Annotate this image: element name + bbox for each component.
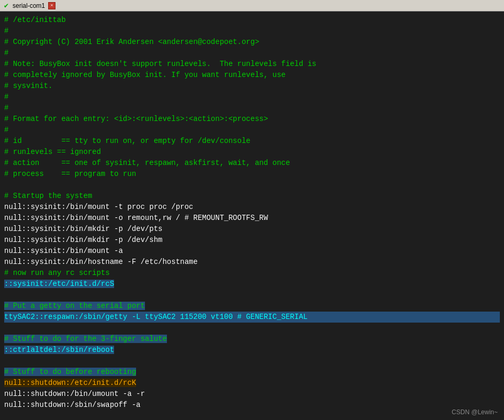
code-line: null::sysinit:/bin/mount -t proc proc /p… [4,202,500,213]
code-line: null::shutdown:/etc/init.d/rcK [4,378,500,389]
code-line: # Stuff to do for the 3-finger salute [4,334,500,345]
code-line: # [4,125,500,136]
code-line: # [4,103,500,114]
code-line: # action == one of sysinit, respawn, ask… [4,158,500,169]
code-line: null::sysinit:/bin/mount -a [4,246,500,257]
code-line: # Format for each entry: <id>:<runlevels… [4,114,500,125]
code-line: null::sysinit:/bin/mkdir -p /dev/pts [4,224,500,235]
code-line: # Put a getty on the serial port [4,301,500,312]
code-line: ttySAC2::respawn:/sbin/getty -L ttySAC2 … [4,312,500,323]
code-line: # [4,92,500,103]
code-line: # Stuff to do before rebooting [4,367,500,378]
code-line: ::ctrlaltdel:/sbin/reboot [4,345,500,356]
watermark: CSDN @Lewin~ [452,408,498,416]
code-line: # [4,48,500,59]
code-line: ::sysinit:/etc/init.d/rcS [4,279,500,290]
close-button[interactable]: × [48,2,55,9]
code-line [4,180,500,191]
code-line [4,290,500,301]
code-line: # runlevels == ignored [4,147,500,158]
code-line [4,323,500,334]
title-bar: ✔ serial-com1 × [0,0,504,12]
code-line: # Copyright (C) 2001 Erik Andersen <ande… [4,37,500,48]
code-line [4,356,500,367]
code-line: # completely ignored by BusyBox init. If… [4,70,500,81]
editor-area: # /etc/inittab## Copyright (C) 2001 Erik… [0,12,504,420]
code-line: # Note: BusyBox init doesn't support run… [4,59,500,70]
window-title: serial-com1 [13,2,45,9]
code-line: # Startup the system [4,191,500,202]
code-line: null::sysinit:/bin/mount -o remount,rw /… [4,213,500,224]
code-line: # [4,26,500,37]
code-line: # id == tty to run on, or empty for /dev… [4,136,500,147]
status-icon: ✔ [2,2,10,10]
code-line: null::sysinit:/bin/hostname -F /etc/host… [4,257,500,268]
code-line: # process == program to run [4,169,500,180]
code-line: null::sysinit:/bin/mkdir -p /dev/shm [4,235,500,246]
code-line: # /etc/inittab [4,15,500,26]
code-line: # sysvinit. [4,81,500,92]
code-line: # now run any rc scripts [4,268,500,279]
code-line: null::shutdown:/sbin/swapoff -a [4,400,500,411]
code-line: null::shutdown:/bin/umount -a -r [4,389,500,400]
